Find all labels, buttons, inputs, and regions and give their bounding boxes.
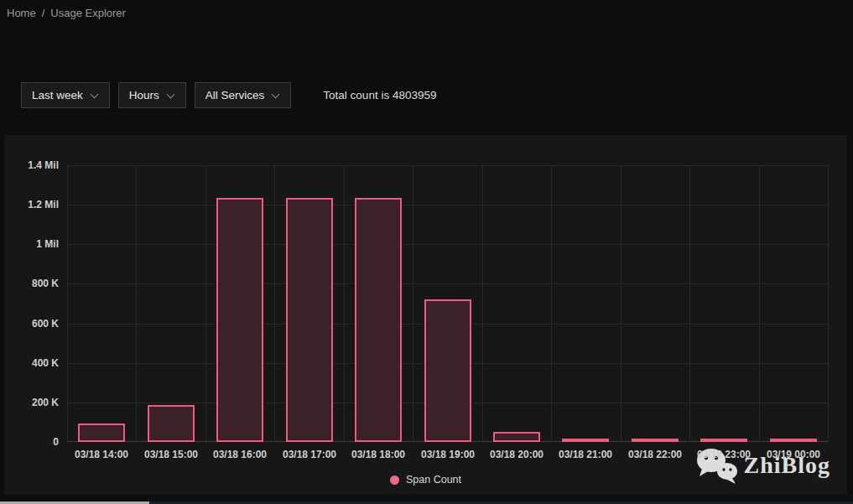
x-axis-tick-label: 03/18 22:00 (628, 449, 682, 460)
h-gridline (67, 244, 828, 245)
h-gridline (67, 165, 828, 166)
x-axis-tick-label: 03/18 19:00 (421, 449, 475, 460)
x-axis-tick-label: 03/19 00:00 (767, 449, 820, 460)
bar-span-count[interactable] (216, 198, 263, 442)
service-dropdown[interactable]: All Services (195, 82, 292, 108)
chevron-down-icon (272, 90, 280, 98)
breadcrumb-home[interactable]: Home (7, 7, 36, 19)
y-axis-tick-label: 400 K (32, 357, 59, 369)
service-value: All Services (205, 89, 265, 101)
chevron-down-icon (167, 90, 175, 98)
usage-chart-panel: Span Count ZhiBlog 0200 K400 K600 K800 K… (4, 135, 847, 495)
v-gridline (274, 165, 275, 442)
x-axis-tick-label: 03/18 18:00 (351, 449, 405, 460)
v-gridline (482, 165, 483, 442)
bar-span-count[interactable] (78, 423, 125, 442)
filter-bar: Last week Hours All Services Total count… (21, 82, 436, 108)
breadcrumb: Home / Usage Explorer (7, 7, 126, 19)
time-range-dropdown[interactable]: Last week (21, 82, 110, 108)
bar-span-count[interactable] (355, 198, 402, 442)
bar-span-count[interactable] (770, 439, 817, 442)
v-gridline (344, 165, 345, 442)
bar-span-count[interactable] (424, 299, 471, 442)
x-axis-tick-label: 03/18 23:00 (697, 449, 751, 460)
h-gridline (67, 205, 828, 205)
bar-span-count[interactable] (493, 432, 540, 442)
y-axis-tick-label: 0 (53, 436, 59, 448)
v-gridline (621, 165, 622, 442)
x-axis-tick-label: 03/18 17:00 (283, 449, 336, 460)
x-axis-tick-label: 03/18 15:00 (144, 449, 198, 460)
bar-span-count[interactable] (700, 439, 747, 442)
total-count-text: Total count is 4803959 (323, 89, 436, 101)
granularity-dropdown[interactable]: Hours (118, 82, 186, 108)
x-axis-tick-label: 03/18 16:00 (213, 449, 267, 460)
y-axis-tick-label: 1 Mil (36, 238, 59, 250)
legend-label[interactable]: Span Count (406, 474, 461, 486)
legend-dot[interactable] (390, 475, 399, 485)
v-gridline (205, 165, 206, 442)
y-axis-tick-label: 800 K (32, 278, 59, 289)
y-axis-tick-label: 1.4 Mil (28, 159, 59, 171)
bar-span-count[interactable] (148, 405, 195, 442)
v-gridline (689, 165, 690, 442)
bar-span-count[interactable] (562, 439, 609, 442)
x-axis-tick-label: 03/18 20:00 (490, 449, 544, 460)
bar-span-count[interactable] (632, 439, 679, 442)
x-axis-tick-label: 03/18 14:00 (75, 449, 128, 460)
x-axis-tick-label: 03/18 21:00 (559, 449, 612, 460)
y-axis-tick-label: 200 K (32, 397, 59, 408)
v-gridline (136, 165, 137, 442)
breadcrumb-current: Usage Explorer (50, 7, 126, 19)
chevron-down-icon (91, 90, 99, 98)
granularity-value: Hours (129, 89, 159, 101)
y-axis-tick-label: 600 K (32, 318, 59, 330)
time-range-value: Last week (32, 89, 83, 101)
v-gridline (551, 165, 552, 442)
plot-area (67, 165, 828, 442)
v-gridline (413, 165, 413, 442)
v-gridline (828, 165, 829, 442)
v-gridline (67, 165, 68, 442)
y-axis-tick-label: 1.2 Mil (28, 199, 59, 210)
h-gridline (67, 283, 828, 284)
bar-span-count[interactable] (286, 198, 333, 442)
chart-legend: Span Count (4, 474, 847, 486)
v-gridline (759, 165, 760, 442)
breadcrumb-separator: / (42, 7, 45, 19)
